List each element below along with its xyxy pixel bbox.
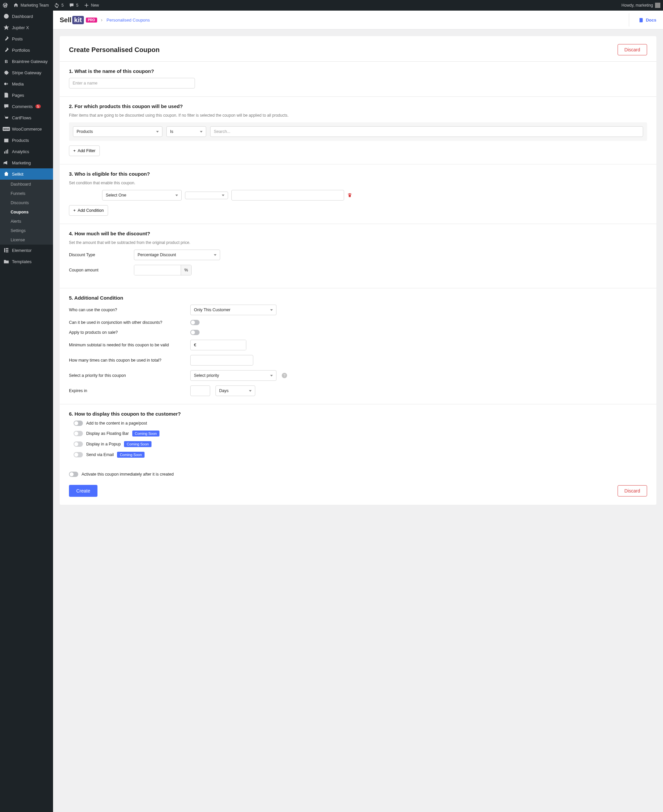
caret-down-icon (270, 375, 273, 376)
menu-analytics[interactable]: Analytics (0, 146, 53, 157)
who-select[interactable]: Only This Customer (190, 305, 277, 315)
who-label: Who can use the coupon? (69, 308, 185, 312)
menu-label: Pages (12, 93, 24, 98)
caret-down-icon (214, 254, 217, 256)
menu-portfolios[interactable]: Portfolios (0, 44, 53, 56)
condition-select[interactable]: Select One (102, 190, 182, 200)
condition-value: Select One (106, 193, 126, 197)
menu-label: Comments (12, 104, 33, 109)
sale-toggle[interactable] (190, 330, 200, 335)
brand-logo[interactable]: Sellkit PRO (60, 16, 97, 24)
menu-cartflows[interactable]: CartFlows (0, 112, 53, 123)
display-bar-label: Display as Floating Bar (86, 431, 129, 436)
menu-label: Analytics (12, 149, 29, 154)
filter-type-select[interactable]: Products (73, 126, 162, 137)
menu-sellkit[interactable]: Sellkit (0, 168, 53, 180)
menu-comments[interactable]: Comments 5 (0, 101, 53, 112)
menu-label: Dashboard (12, 14, 33, 19)
menu-braintree[interactable]: B Braintree Gateway (0, 56, 53, 67)
activate-label: Activate this coupon immediately after i… (82, 472, 174, 476)
submenu-dashboard[interactable]: Dashboard (0, 180, 53, 189)
coming-soon-badge: Coming Soon (117, 452, 144, 458)
condition-op-select[interactable] (185, 192, 228, 199)
menu-jupiterx[interactable]: Jupiter X (0, 22, 53, 33)
activate-toggle[interactable] (69, 471, 78, 477)
section-2-title: 2. For which products this coupon will b… (69, 103, 647, 109)
page-title: Create Personalised Coupon (69, 46, 160, 54)
discount-type-select[interactable]: Percentage Discount (134, 250, 220, 260)
menu-posts[interactable]: Posts (0, 33, 53, 44)
plus-icon: + (73, 208, 76, 213)
expires-unit-select[interactable]: Days (215, 386, 255, 396)
create-button[interactable]: Create (69, 485, 97, 497)
cartflows-icon (3, 115, 9, 121)
star-icon (3, 24, 9, 31)
menu-marketing[interactable]: Marketing (0, 157, 53, 168)
howdy-text: Howdy, marketing (622, 3, 653, 8)
site-name: Marketing Team (21, 3, 49, 8)
products-icon (3, 137, 9, 143)
menu-products[interactable]: Products (0, 134, 53, 146)
caret-down-icon (156, 131, 159, 132)
submenu-license[interactable]: License (0, 235, 53, 245)
howdy-link[interactable]: Howdy, marketing (622, 3, 660, 8)
menu-stripe[interactable]: Stripe Gateway (0, 67, 53, 78)
discard-button[interactable]: Discard (618, 44, 647, 55)
updates-link[interactable]: 5 (54, 3, 64, 8)
comments-badge: 5 (36, 104, 41, 108)
display-page-toggle[interactable] (74, 421, 83, 426)
submenu-funnels[interactable]: Funnels (0, 189, 53, 198)
plus-icon: + (73, 149, 76, 153)
wp-logo[interactable] (3, 3, 8, 8)
submenu-alerts[interactable]: Alerts (0, 217, 53, 226)
brand-text-1: Sell (60, 16, 71, 24)
comment-icon (69, 3, 74, 8)
filter-search-input[interactable] (210, 126, 643, 137)
braintree-icon: B (3, 58, 9, 64)
site-link[interactable]: Marketing Team (13, 3, 49, 8)
conjunction-toggle[interactable] (190, 320, 200, 325)
submenu-discounts[interactable]: Discounts (0, 198, 53, 207)
min-subtotal-input[interactable] (200, 340, 246, 350)
priority-select[interactable]: Select priority (190, 370, 277, 381)
docs-link[interactable]: Docs (629, 13, 657, 26)
analytics-icon (3, 149, 9, 155)
delete-condition-button[interactable] (348, 193, 352, 197)
usage-times-label: How many times can this coupon be used i… (69, 358, 185, 363)
menu-templates[interactable]: Templates (0, 256, 53, 267)
new-link[interactable]: New (84, 3, 99, 8)
menu-media[interactable]: Media (0, 78, 53, 89)
menu-elementor[interactable]: Elementor (0, 245, 53, 256)
add-filter-button[interactable]: + Add Filter (69, 145, 100, 156)
coupon-amount-field: % (134, 265, 192, 275)
dashboard-icon (3, 13, 9, 19)
add-condition-button[interactable]: + Add Condition (69, 205, 108, 216)
svg-point-0 (4, 82, 6, 85)
main-card: Create Personalised Coupon Discard 1. Wh… (60, 36, 657, 505)
book-icon (639, 17, 644, 23)
top-bar: Sellkit PRO › Personalised Coupons Docs (53, 11, 663, 29)
discard-button-footer[interactable]: Discard (618, 485, 647, 497)
priority-label: Select a priority for this coupon (69, 373, 185, 378)
submenu-settings[interactable]: Settings (0, 226, 53, 235)
expires-value-input[interactable] (190, 386, 210, 396)
caret-down-icon (270, 309, 273, 311)
menu-woocommerce[interactable]: woo WooCommerce (0, 123, 53, 134)
coupon-name-input[interactable] (69, 78, 195, 89)
pin-icon (3, 36, 9, 42)
menu-pages[interactable]: Pages (0, 89, 53, 101)
filter-op-select[interactable]: Is (167, 126, 206, 137)
caret-down-icon (222, 195, 225, 196)
display-popup-label: Display in a Popup (86, 442, 121, 446)
menu-dashboard[interactable]: Dashboard (0, 11, 53, 22)
breadcrumb-link[interactable]: Personalised Coupons (107, 18, 150, 23)
comments-link[interactable]: 5 (69, 3, 79, 8)
usage-times-input[interactable] (190, 355, 253, 366)
coupon-amount-input[interactable] (134, 265, 181, 275)
submenu-coupons[interactable]: Coupons (0, 207, 53, 217)
caret-down-icon (249, 390, 252, 392)
help-icon[interactable]: ? (282, 373, 287, 378)
condition-value-input[interactable] (231, 190, 344, 200)
min-subtotal-field: € (190, 340, 246, 350)
menu-label: Templates (12, 259, 31, 264)
